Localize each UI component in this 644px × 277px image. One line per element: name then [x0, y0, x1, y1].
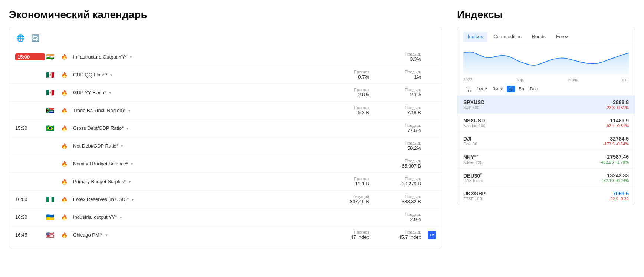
- current-col: Текущий $37.49 B: [325, 194, 369, 204]
- range-btn-3мес[interactable]: 3мес: [490, 86, 505, 92]
- chart-label: окт.: [622, 78, 629, 82]
- tv-logo: TV: [421, 231, 436, 239]
- chart-labels: 2022апр.июльокт.: [463, 78, 629, 82]
- index-left: NSXUSD Nasdaq 100: [463, 118, 485, 128]
- country-flag: 🇺🇸: [45, 230, 55, 240]
- range-btn-1мес[interactable]: 1мес: [474, 86, 489, 92]
- importance-icon: 🔥: [61, 197, 73, 202]
- importance-icon: 🔥: [61, 72, 73, 78]
- index-name: Dow 30: [463, 142, 477, 146]
- time-text: 16:45: [15, 232, 45, 238]
- event-name[interactable]: Gross Debt/GDP Ratio* ▾: [73, 125, 325, 131]
- index-code: UKXGBP: [463, 191, 486, 197]
- toolbar: 🌐 🔄: [9, 32, 442, 48]
- index-right: 13243.33 +32.10 +0.24%: [601, 172, 629, 183]
- index-change: +32.10 +0.24%: [601, 178, 629, 183]
- country-flag: [45, 141, 55, 151]
- index-value: 11489.9: [605, 118, 629, 123]
- range-btn-1г[interactable]: 1г: [507, 86, 515, 92]
- chevron-icon: ▾: [132, 197, 134, 202]
- index-row[interactable]: SPXUSD S&P 500 3888.8 -23.8 -0.61%: [457, 95, 635, 113]
- table-row: 15:00🇮🇳🔥Infrastructure Output YY* ▾ Пред…: [9, 48, 442, 66]
- chevron-icon: ▾: [121, 144, 123, 148]
- index-code: NKYE●: [463, 154, 482, 160]
- index-right: 27587.46 +482.26 +1.78%: [599, 154, 629, 164]
- event-name[interactable]: Net Debt/GDP Ratio* ▾: [73, 143, 325, 149]
- calendar-title: Экономический календарь: [9, 9, 442, 21]
- index-row[interactable]: UKXGBP FTSE 100 7059.5 -22.9 -0.32: [457, 187, 635, 205]
- globe-icon[interactable]: 🌐: [15, 33, 26, 43]
- event-name[interactable]: GDP QQ Flash* ▾: [73, 72, 325, 78]
- table-row: 16:00🇳🇬🔥Forex Reserves (in USD)* ▾ Текущ…: [9, 190, 442, 208]
- tab-commodities[interactable]: Commodities: [489, 32, 526, 42]
- importance-icon: 🔥: [61, 214, 73, 220]
- chevron-icon: ▾: [105, 233, 108, 237]
- time-text: 16:30: [15, 214, 45, 220]
- event-name[interactable]: Primary Budget Surplus* ▾: [73, 179, 325, 184]
- range-btn-Все[interactable]: Все: [528, 86, 540, 92]
- index-right: 3888.8 -23.8 -0.61%: [605, 99, 629, 110]
- index-change: -22.9 -0.32: [609, 197, 629, 201]
- index-name: S&P 500: [463, 105, 485, 110]
- country-flag: [45, 159, 55, 169]
- event-name[interactable]: GDP YY Flash* ▾: [73, 90, 325, 95]
- forecast-col: Прогноз 47 Index: [325, 230, 369, 240]
- index-name: Nasdaq 100: [463, 123, 485, 128]
- prev-col: Предыд. -65.907 B: [369, 159, 421, 169]
- event-name[interactable]: Trade Bal (Incl. Region)* ▾: [73, 108, 325, 113]
- chevron-icon: ▾: [110, 73, 112, 77]
- index-row[interactable]: DEU30E DAX Index 13243.33 +32.10 +0.24%: [457, 168, 635, 187]
- country-flag: 🇿🇦: [45, 105, 55, 116]
- chart-label: апр.: [516, 78, 524, 82]
- index-name: Nikkei 225: [463, 160, 482, 165]
- prev-col: Предыд. 2.1%: [369, 88, 421, 98]
- table-row: 16:30🇺🇦🔥Industrial output YY* ▾ Предыд. …: [9, 208, 442, 226]
- chevron-icon: ▾: [130, 55, 132, 59]
- range-btn-5л[interactable]: 5л: [517, 86, 526, 92]
- forecast-col: Прогноз 11.1 B: [325, 177, 369, 187]
- index-change: -177.5 -0.54%: [603, 142, 629, 146]
- event-name[interactable]: Infrastructure Output YY* ▾: [73, 54, 325, 60]
- index-left: DEU30E DAX Index: [463, 172, 483, 183]
- tab-bonds[interactable]: Bonds: [528, 32, 550, 42]
- index-left: UKXGBP FTSE 100: [463, 191, 486, 201]
- chart-area: 2022апр.июльокт.: [457, 42, 635, 83]
- event-name[interactable]: Forex Reserves (in USD)* ▾: [73, 197, 325, 202]
- index-name: FTSE 100: [463, 197, 486, 201]
- chart-label: 2022: [463, 78, 472, 82]
- country-flag: 🇺🇦: [45, 212, 55, 222]
- tab-indices[interactable]: Indices: [463, 32, 487, 42]
- importance-icon: 🔥: [61, 179, 73, 185]
- time-text: 16:00: [15, 197, 45, 202]
- time-badge: 15:00: [15, 53, 45, 60]
- forecast-col: Прогноз 2.8%: [325, 88, 369, 98]
- calendar-rows: 15:00🇮🇳🔥Infrastructure Output YY* ▾ Пред…: [9, 48, 442, 244]
- country-flag: 🇮🇳: [45, 52, 55, 62]
- time-text: 15:30: [15, 125, 45, 131]
- event-name[interactable]: Chicago PMI* ▾: [73, 232, 325, 238]
- importance-icon: 🔥: [61, 90, 73, 96]
- index-change: -93.4 -0.81%: [605, 123, 629, 128]
- indices-panel: Индексы IndicesCommoditiesBondsForex 202…: [457, 9, 635, 248]
- index-code: DEU30E: [463, 172, 483, 179]
- indices-box: IndicesCommoditiesBondsForex 2022апр.июл…: [457, 27, 635, 205]
- tab-forex[interactable]: Forex: [552, 32, 573, 42]
- table-row: 🇿🇦🔥Trade Bal (Incl. Region)* ▾ Прогноз 5…: [9, 101, 442, 119]
- chart-label: июль: [568, 78, 578, 82]
- index-right: 32784.5 -177.5 -0.54%: [603, 136, 629, 146]
- event-name[interactable]: Industrial output YY* ▾: [73, 214, 325, 220]
- calendar-box: 🌐 🔄 15:00🇮🇳🔥Infrastructure Output YY* ▾ …: [9, 27, 442, 248]
- index-row[interactable]: NSXUSD Nasdaq 100 11489.9 -93.4 -0.81%: [457, 113, 635, 132]
- refresh-icon[interactable]: 🔄: [30, 33, 40, 43]
- prev-col: Предыд. 2.9%: [369, 212, 421, 222]
- index-left: NKYE● Nikkei 225: [463, 154, 482, 165]
- event-name[interactable]: Nominal Budget Balance* ▾: [73, 161, 325, 166]
- index-value: 13243.33: [601, 172, 629, 178]
- prev-col: Предыд. 3.3%: [369, 52, 421, 62]
- index-left: DJI Dow 30: [463, 136, 477, 146]
- country-flag: 🇲🇽: [45, 70, 55, 80]
- index-row[interactable]: NKYE● Nikkei 225 27587.46 +482.26 +1.78%: [457, 150, 635, 168]
- index-right: 11489.9 -93.4 -0.81%: [605, 118, 629, 128]
- index-row[interactable]: DJI Dow 30 32784.5 -177.5 -0.54%: [457, 132, 635, 150]
- range-btn-1д[interactable]: 1д: [463, 86, 473, 92]
